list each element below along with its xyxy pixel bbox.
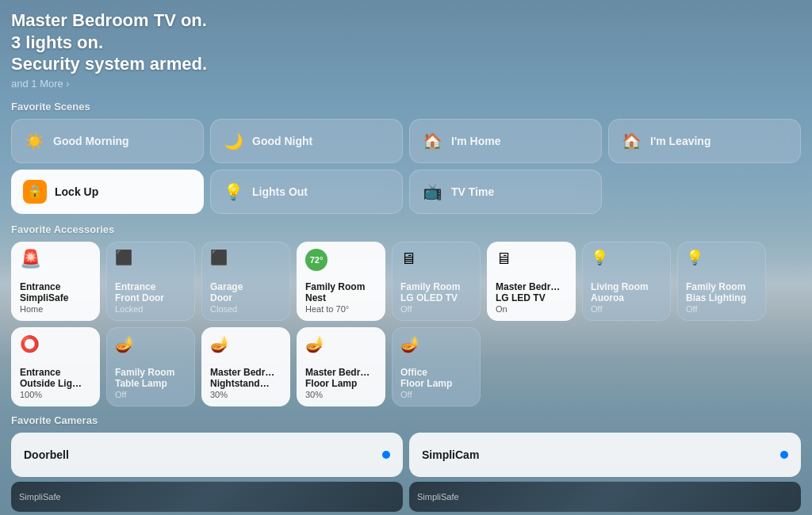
camera-preview-2: SimpliSafe [409, 482, 801, 512]
master-floor-lamp-status: 30% [305, 390, 377, 399]
lights-out-label: Lights Out [252, 185, 308, 198]
accessory-family-room-bias[interactable]: 💡 Family RoomBias Lighting Off [677, 242, 766, 321]
accessory-family-room-oled[interactable]: 🖥 Family RoomLG OLED TV Off [392, 242, 481, 321]
accessories-section: Favorite Accessories 🚨 EntranceSimpliSaf… [11, 223, 801, 406]
im-leaving-icon: 🏠 [620, 132, 642, 151]
camera-preview-row: SimpliSafe SimpliSafe [11, 482, 801, 512]
nightstand-name: Master Bedr…Nightstand… [210, 367, 282, 390]
scene-lock-up[interactable]: 🔒 Lock Up [11, 170, 204, 214]
accessory-entrance-simplisafe[interactable]: 🚨 EntranceSimpliSafe Home [11, 242, 100, 321]
tv-time-icon: 📺 [421, 182, 443, 201]
simplicam-label: SimpliCam [422, 448, 479, 461]
accessories-row-2: ⭕ EntranceOutside Lig… 100% 🪔 Family Roo… [11, 327, 801, 406]
accessory-family-room-nest[interactable]: 72° Family RoomNest Heat to 70° [297, 242, 385, 321]
scenes-section-title: Favorite Scenes [11, 101, 801, 113]
scene-im-leaving[interactable]: 🏠 I'm Leaving [608, 119, 801, 163]
good-night-icon: 🌙 [222, 132, 244, 151]
bias-lighting-icon: 💡 [686, 250, 757, 265]
doorbell-dot [382, 451, 390, 459]
accessory-master-bedr-floor-lamp[interactable]: 🪔 Master Bedr…Floor Lamp 30% [297, 327, 385, 406]
scene-good-night[interactable]: 🌙 Good Night [210, 119, 403, 163]
accessory-garage-door[interactable]: ⬛ GarageDoor Closed [201, 242, 290, 321]
camera-preview-2-label: SimpliSafe [417, 492, 459, 502]
scene-good-morning[interactable]: ☀️ Good Morning [11, 119, 204, 163]
camera-doorbell[interactable]: Doorbell [11, 433, 403, 477]
scenes-grid: ☀️ Good Morning 🌙 Good Night 🏠 I'm Home … [11, 119, 801, 214]
nest-status: Heat to 70° [305, 304, 377, 314]
front-door-name: EntranceFront Door [115, 281, 186, 304]
simplisafe-icon: 🚨 [20, 250, 91, 268]
nest-name: Family RoomNest [305, 281, 377, 304]
status-header: Master Bedroom TV on. 3 lights on. Secur… [11, 10, 801, 90]
aurora-status: Off [591, 304, 662, 314]
office-floor-lamp-status: Off [400, 390, 472, 399]
scene-tv-time[interactable]: 📺 TV Time [409, 170, 602, 214]
doorbell-label: Doorbell [24, 448, 69, 461]
oled-tv-icon: 🖥 [400, 250, 472, 266]
tv-time-label: TV Time [451, 185, 494, 198]
garage-door-icon: ⬛ [210, 250, 282, 265]
accessory-master-bedr-led[interactable]: 🖥 Master Bedr…LG LED TV On [487, 242, 576, 321]
status-line2: 3 lights on. [11, 32, 801, 54]
good-night-label: Good Night [252, 135, 312, 147]
good-morning-label: Good Morning [53, 135, 129, 147]
accessories-section-title: Favorite Accessories [11, 223, 801, 235]
accessory-office-floor-lamp[interactable]: 🪔 OfficeFloor Lamp Off [392, 327, 481, 406]
outside-light-icon: ⭕ [20, 336, 91, 352]
scene-im-home[interactable]: 🏠 I'm Home [409, 119, 602, 163]
bias-lighting-name: Family RoomBias Lighting [686, 281, 757, 304]
accessory-family-room-table-lamp[interactable]: 🪔 Family RoomTable Lamp Off [106, 327, 195, 406]
office-floor-lamp-name: OfficeFloor Lamp [400, 367, 472, 390]
im-home-icon: 🏠 [421, 132, 443, 151]
scene-empty [608, 170, 801, 214]
bias-lighting-status: Off [686, 304, 757, 314]
oled-tv-name: Family RoomLG OLED TV [400, 281, 472, 304]
status-line3: Security system armed. [11, 53, 801, 75]
aurora-icon: 💡 [591, 250, 662, 265]
accessory-front-door[interactable]: ⬛ EntranceFront Door Locked [106, 242, 195, 321]
accessory-master-bedr-nightstand[interactable]: 🪔 Master Bedr…Nightstand… 30% [201, 327, 290, 406]
status-more[interactable]: and 1 More › [11, 78, 801, 90]
garage-door-name: GarageDoor [210, 281, 282, 304]
master-floor-lamp-name: Master Bedr…Floor Lamp [305, 367, 377, 390]
cameras-grid: Doorbell SimpliCam [11, 433, 801, 477]
office-floor-lamp-icon: 🪔 [400, 336, 472, 352]
table-lamp-status: Off [115, 390, 186, 399]
accessories-row-1: 🚨 EntranceSimpliSafe Home ⬛ EntranceFron… [11, 242, 801, 321]
camera-simplicam[interactable]: SimpliCam [409, 433, 801, 477]
nightstand-icon: 🪔 [210, 336, 282, 352]
nightstand-status: 30% [210, 390, 282, 399]
good-morning-icon: ☀️ [23, 132, 45, 151]
status-main-text: Master Bedroom TV on. 3 lights on. Secur… [11, 10, 801, 75]
front-door-status: Locked [115, 304, 186, 314]
table-lamp-name: Family RoomTable Lamp [115, 367, 186, 390]
simplisafe-name: EntranceSimpliSafe [20, 281, 91, 304]
camera-preview-1: SimpliSafe [11, 482, 403, 512]
cameras-section: Favorite Cameras Doorbell SimpliCam Simp… [11, 414, 801, 512]
led-tv-icon: 🖥 [496, 250, 567, 266]
im-leaving-label: I'm Leaving [650, 135, 710, 147]
cameras-section-title: Favorite Cameras [11, 414, 801, 426]
led-tv-status: On [496, 304, 567, 314]
oled-tv-status: Off [400, 304, 472, 314]
aurora-name: Living RoomAuoroa [591, 281, 662, 304]
outside-light-status: 100% [20, 390, 91, 399]
table-lamp-icon: 🪔 [115, 336, 186, 352]
nest-badge: 72° [305, 249, 327, 271]
main-content: Master Bedroom TV on. 3 lights on. Secur… [0, 0, 812, 515]
camera-preview-1-label: SimpliSafe [19, 492, 61, 502]
status-line1: Master Bedroom TV on. [11, 10, 801, 32]
accessory-living-room-aurora[interactable]: 💡 Living RoomAuoroa Off [582, 242, 671, 321]
lock-up-label: Lock Up [55, 185, 98, 198]
im-home-label: I'm Home [451, 135, 500, 147]
master-floor-lamp-icon: 🪔 [305, 336, 377, 352]
simplisafe-status: Home [20, 304, 91, 314]
lock-up-icon: 🔒 [23, 180, 47, 204]
lights-out-icon: 💡 [222, 182, 244, 201]
front-door-icon: ⬛ [115, 250, 186, 265]
outside-light-name: EntranceOutside Lig… [20, 367, 91, 390]
accessory-entrance-outside[interactable]: ⭕ EntranceOutside Lig… 100% [11, 327, 100, 406]
led-tv-name: Master Bedr…LG LED TV [496, 281, 567, 304]
scene-lights-out[interactable]: 💡 Lights Out [210, 170, 403, 214]
simplicam-dot [780, 451, 788, 459]
